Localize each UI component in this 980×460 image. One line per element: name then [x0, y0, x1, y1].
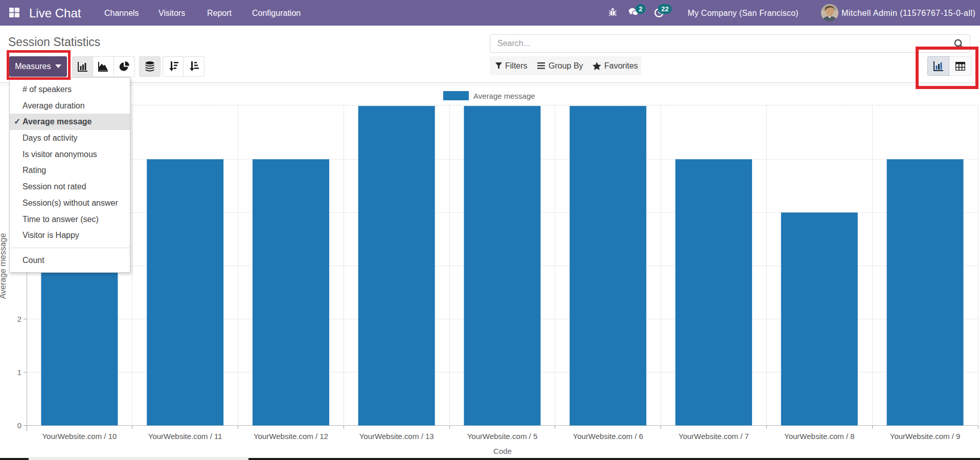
svg-text:YourWebsite.com / 11: YourWebsite.com / 11 [148, 432, 222, 441]
svg-text:YourWebsite.com / 5: YourWebsite.com / 5 [467, 432, 538, 441]
svg-text:YourWebsite.com / 9: YourWebsite.com / 9 [890, 432, 961, 441]
svg-text:1: 1 [17, 368, 21, 377]
svg-text:YourWebsite.com / 6: YourWebsite.com / 6 [573, 432, 644, 441]
svg-text:YourWebsite.com / 7: YourWebsite.com / 7 [678, 432, 749, 441]
svg-text:Average message: Average message [473, 92, 535, 100]
svg-text:2: 2 [17, 315, 21, 323]
svg-text:YourWebsite.com / 13: YourWebsite.com / 13 [359, 432, 434, 441]
svg-text:Average message: Average message [0, 233, 7, 299]
svg-text:Code: Code [493, 447, 512, 455]
svg-text:0: 0 [17, 421, 21, 430]
svg-text:YourWebsite.com / 10: YourWebsite.com / 10 [42, 432, 117, 441]
svg-text:YourWebsite.com / 12: YourWebsite.com / 12 [254, 432, 328, 441]
svg-text:YourWebsite.com / 8: YourWebsite.com / 8 [784, 432, 855, 441]
